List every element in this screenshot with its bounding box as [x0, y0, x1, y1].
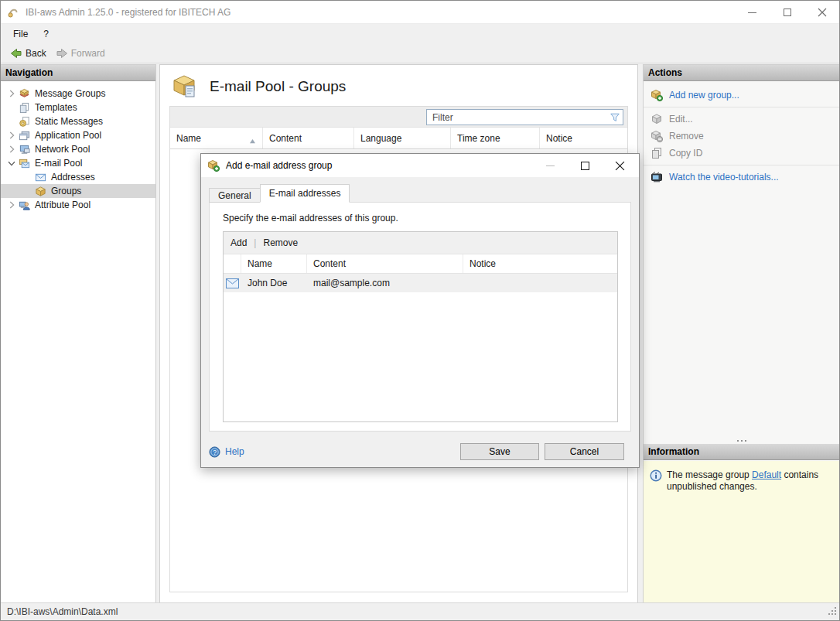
- address-row[interactable]: John Doe mail@sample.com: [224, 274, 617, 292]
- column-label: Time zone: [457, 133, 500, 144]
- filter-input[interactable]: [427, 112, 607, 123]
- add-new-group-action[interactable]: Add new group...: [644, 87, 839, 104]
- static-messages-icon: [18, 115, 30, 128]
- filter-funnel-icon[interactable]: [607, 112, 623, 123]
- chevron-right-icon[interactable]: [5, 199, 18, 211]
- sidebar-item-label: Templates: [35, 102, 77, 113]
- sidebar-item-label: Network Pool: [35, 144, 90, 155]
- column-label: Notice: [546, 133, 572, 144]
- copy-id-icon: [650, 147, 663, 159]
- sidebar-item-label: Attribute Pool: [35, 200, 90, 210]
- minimize-button[interactable]: [735, 1, 770, 24]
- column-header-name[interactable]: Name: [241, 254, 307, 273]
- close-icon: [818, 8, 827, 17]
- dialog-close-button[interactable]: [603, 154, 637, 177]
- column-label: Name: [176, 133, 201, 144]
- close-icon: [615, 161, 625, 171]
- maximize-button[interactable]: [770, 1, 804, 24]
- sidebar-item-label: Groups: [51, 186, 81, 196]
- maximize-icon: [581, 162, 589, 170]
- sidebar-item-email-pool[interactable]: E-mail Pool: [1, 156, 155, 170]
- chevron-right-icon[interactable]: [5, 87, 18, 100]
- address-content-cell: mail@sample.com: [307, 278, 463, 288]
- save-button[interactable]: Save: [460, 443, 539, 460]
- chevron-down-icon[interactable]: [5, 157, 18, 169]
- dialog-minimize-button[interactable]: [533, 154, 568, 177]
- svg-text:?: ?: [213, 448, 217, 456]
- sidebar-item-attribute-pool[interactable]: Attribute Pool: [1, 198, 155, 212]
- watch-video-tutorials-action[interactable]: Watch the video-tutorials...: [644, 169, 839, 186]
- column-header-timezone[interactable]: Time zone: [451, 128, 540, 148]
- back-label: Back: [26, 48, 46, 59]
- remove-action[interactable]: Remove: [644, 128, 839, 145]
- chevron-right-icon[interactable]: [5, 129, 18, 142]
- column-header-content[interactable]: Content: [263, 128, 354, 148]
- application-pool-icon: [18, 129, 30, 142]
- menu-file[interactable]: File: [5, 26, 36, 42]
- action-label: Watch the video-tutorials...: [669, 172, 779, 183]
- sidebar-item-label: E-mail Pool: [35, 158, 82, 169]
- back-button[interactable]: Back: [5, 46, 51, 61]
- actions-separator: [644, 107, 839, 107]
- edit-action[interactable]: Edit...: [644, 111, 839, 128]
- add-group-icon: [650, 89, 663, 101]
- add-email-address-group-dialog: Add e-mail address group General E-mail …: [200, 153, 640, 468]
- column-header-language[interactable]: Language: [354, 128, 451, 148]
- maximize-icon: [784, 9, 791, 16]
- help-icon: ?: [209, 446, 220, 458]
- sort-ascending-icon: [249, 135, 256, 146]
- copy-id-action[interactable]: Copy ID: [644, 145, 839, 162]
- dialog-tabs: General E-mail addresses: [209, 185, 349, 203]
- dialog-titlebar: Add e-mail address group: [201, 154, 639, 177]
- chevron-right-icon[interactable]: [5, 143, 18, 155]
- right-panel: Actions Add new group... Edit... Remove …: [643, 64, 840, 603]
- help-link[interactable]: ? Help: [209, 443, 244, 460]
- dialog-title: Add e-mail address group: [226, 160, 332, 171]
- sidebar-item-templates[interactable]: Templates: [1, 101, 155, 114]
- email-pool-groups-icon: [172, 74, 199, 99]
- column-label: Content: [269, 133, 302, 144]
- app-logo-icon: [7, 6, 19, 19]
- forward-button[interactable]: Forward: [51, 46, 110, 61]
- tab-email-addresses[interactable]: E-mail addresses: [260, 184, 350, 203]
- navigation-toolbar: Back Forward: [1, 43, 839, 63]
- sidebar-item-label: Addresses: [51, 172, 95, 183]
- panel-splitter[interactable]: [644, 438, 839, 444]
- add-address-button[interactable]: Add: [230, 237, 247, 248]
- filter-box: [426, 109, 623, 125]
- minimize-icon: [546, 165, 555, 166]
- sidebar-item-network-pool[interactable]: Network Pool: [1, 142, 155, 156]
- menu-help[interactable]: ?: [36, 26, 56, 42]
- window-title: IBI-aws Admin 1.25.0 - registered for IB…: [26, 7, 230, 18]
- tab-label: E-mail addresses: [269, 188, 341, 199]
- addresses-toolbar: Add | Remove: [224, 232, 617, 254]
- column-header-content[interactable]: Content: [307, 254, 463, 273]
- remove-address-button[interactable]: Remove: [263, 237, 298, 248]
- action-label: Copy ID: [669, 148, 702, 159]
- column-header-name[interactable]: Name: [170, 128, 263, 148]
- email-addresses-tab-panel: Specify the e-mail addresses of this gro…: [209, 202, 631, 432]
- sidebar-item-application-pool[interactable]: Application Pool: [1, 128, 155, 142]
- sidebar-item-addresses[interactable]: Addresses: [1, 170, 155, 184]
- sidebar-item-message-groups[interactable]: Message Groups: [1, 87, 155, 101]
- cancel-button[interactable]: Cancel: [545, 443, 624, 460]
- default-group-link[interactable]: Default: [752, 469, 781, 480]
- resize-grip[interactable]: [828, 606, 837, 618]
- navigation-tree: Message Groups Templates Static Messages…: [1, 81, 155, 212]
- sidebar-item-groups[interactable]: Groups: [1, 184, 155, 198]
- column-label: Language: [360, 133, 401, 144]
- column-header-notice[interactable]: Notice: [540, 128, 627, 148]
- filter-strip: [170, 107, 627, 128]
- action-label: Add new group...: [669, 90, 739, 101]
- back-arrow-icon: [10, 47, 22, 60]
- address-name-cell: John Doe: [241, 278, 307, 288]
- tab-general[interactable]: General: [209, 188, 261, 203]
- dialog-maximize-button[interactable]: [568, 154, 603, 177]
- sidebar-item-label: Message Groups: [35, 88, 105, 99]
- remove-group-icon: [650, 130, 663, 142]
- column-header-notice[interactable]: Notice: [463, 254, 617, 273]
- dialog-group-plus-icon: [207, 159, 220, 172]
- close-button[interactable]: [804, 1, 839, 24]
- dialog-window-controls: [533, 154, 637, 177]
- sidebar-item-static-messages[interactable]: Static Messages: [1, 114, 155, 128]
